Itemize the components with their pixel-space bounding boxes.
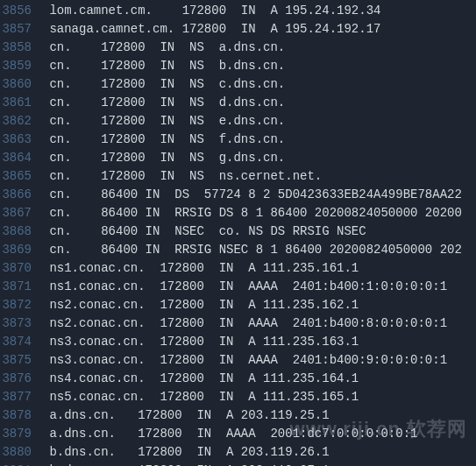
- code-line: 3859 cn. 172800 IN NS b.dns.cn.: [0, 57, 476, 75]
- line-number: 3878: [0, 406, 42, 425]
- line-number: 3869: [0, 241, 42, 259]
- line-number: 3864: [0, 149, 42, 167]
- line-number: 3867: [0, 204, 42, 222]
- line-number: 3860: [0, 75, 42, 94]
- line-content: cn. 172800 IN NS e.dns.cn.: [42, 112, 285, 131]
- line-number: 3857: [0, 20, 42, 39]
- line-content: cn. 86400 IN RRSIG DS 8 1 86400 20200824…: [42, 204, 462, 222]
- line-number: 3877: [0, 388, 42, 406]
- code-line: 3867 cn. 86400 IN RRSIG DS 8 1 86400 202…: [0, 204, 476, 222]
- line-content: cn. 172800 IN NS c.dns.cn.: [42, 75, 285, 94]
- code-line: 3880 b.dns.cn. 172800 IN A 203.119.26.1: [0, 443, 476, 462]
- line-content: ns2.conac.cn. 172800 IN AAAA 2401:b400:8…: [42, 314, 447, 333]
- line-number: 3871: [0, 278, 42, 296]
- line-number: 3868: [0, 222, 42, 241]
- line-number: 3880: [0, 443, 42, 462]
- line-content: ns1.conac.cn. 172800 IN AAAA 2401:b400:1…: [42, 278, 447, 296]
- line-content: ns2.conac.cn. 172800 IN A 111.235.162.1: [42, 296, 359, 314]
- line-content: cn. 172800 IN NS a.dns.cn.: [42, 39, 285, 57]
- line-number: 3872: [0, 296, 42, 314]
- line-content: b.dns.cn. 172800 IN A 203.119.27.1: [42, 462, 330, 466]
- code-line: 3868 cn. 86400 IN NSEC co. NS DS RRSIG N…: [0, 222, 476, 241]
- line-content: cn. 172800 IN NS f.dns.cn.: [42, 131, 285, 149]
- code-line: 3862 cn. 172800 IN NS e.dns.cn.: [0, 112, 476, 131]
- code-line: 3871 ns1.conac.cn. 172800 IN AAAA 2401:b…: [0, 278, 476, 296]
- code-line: 3872 ns2.conac.cn. 172800 IN A 111.235.1…: [0, 296, 476, 314]
- line-number: 3862: [0, 112, 42, 131]
- code-line: 3875 ns3.conac.cn. 172800 IN AAAA 2401:b…: [0, 351, 476, 370]
- line-number: 3861: [0, 94, 42, 112]
- code-line: 3878 a.dns.cn. 172800 IN A 203.119.25.1: [0, 406, 476, 425]
- code-line: 3866 cn. 86400 IN DS 57724 8 2 5D0423633…: [0, 186, 476, 204]
- code-view: 3856 lom.camnet.cm. 172800 IN A 195.24.1…: [0, 0, 476, 466]
- line-number: 3881: [0, 462, 42, 466]
- code-line: 3860 cn. 172800 IN NS c.dns.cn.: [0, 75, 476, 94]
- line-number: 3866: [0, 186, 42, 204]
- line-content: b.dns.cn. 172800 IN A 203.119.26.1: [42, 443, 330, 462]
- line-number: 3873: [0, 314, 42, 333]
- line-content: a.dns.cn. 172800 IN AAAA 2001:dc7:0:0:0:…: [42, 425, 417, 443]
- line-content: cn. 172800 IN NS b.dns.cn.: [42, 57, 285, 75]
- line-number: 3856: [0, 2, 42, 20]
- code-line: 3873 ns2.conac.cn. 172800 IN AAAA 2401:b…: [0, 314, 476, 333]
- code-line: 3879 a.dns.cn. 172800 IN AAAA 2001:dc7:0…: [0, 425, 476, 443]
- line-content: cn. 172800 IN NS g.dns.cn.: [42, 149, 285, 167]
- line-content: ns3.conac.cn. 172800 IN A 111.235.163.1: [42, 333, 359, 351]
- line-content: cn. 86400 IN DS 57724 8 2 5D0423633EB24A…: [42, 186, 462, 204]
- line-content: ns4.conac.cn. 172800 IN A 111.235.164.1: [42, 370, 359, 388]
- line-content: ns1.conac.cn. 172800 IN A 111.235.161.1: [42, 259, 359, 278]
- line-content: cn. 172800 IN NS ns.cernet.net.: [42, 167, 322, 186]
- code-line: 3865 cn. 172800 IN NS ns.cernet.net.: [0, 167, 476, 186]
- code-line: 3858 cn. 172800 IN NS a.dns.cn.: [0, 39, 476, 57]
- code-line: 3863 cn. 172800 IN NS f.dns.cn.: [0, 131, 476, 149]
- code-line: 3869 cn. 86400 IN RRSIG NSEC 8 1 86400 2…: [0, 241, 476, 259]
- line-number: 3874: [0, 333, 42, 351]
- line-number: 3858: [0, 39, 42, 57]
- line-content: ns3.conac.cn. 172800 IN AAAA 2401:b400:9…: [42, 351, 447, 370]
- line-content: cn. 86400 IN NSEC co. NS DS RRSIG NSEC: [42, 222, 366, 241]
- code-line: 3874 ns3.conac.cn. 172800 IN A 111.235.1…: [0, 333, 476, 351]
- line-content: ns5.conac.cn. 172800 IN A 111.235.165.1: [42, 388, 359, 406]
- line-number: 3879: [0, 425, 42, 443]
- line-number: 3865: [0, 167, 42, 186]
- code-line: 3877 ns5.conac.cn. 172800 IN A 111.235.1…: [0, 388, 476, 406]
- code-line: 3864 cn. 172800 IN NS g.dns.cn.: [0, 149, 476, 167]
- line-number: 3870: [0, 259, 42, 278]
- line-content: cn. 86400 IN RRSIG NSEC 8 1 86400 202008…: [42, 241, 462, 259]
- line-number: 3859: [0, 57, 42, 75]
- line-number: 3875: [0, 351, 42, 370]
- code-line: 3876 ns4.conac.cn. 172800 IN A 111.235.1…: [0, 370, 476, 388]
- line-content: sanaga.camnet.cm. 172800 IN A 195.24.192…: [42, 20, 380, 39]
- line-content: lom.camnet.cm. 172800 IN A 195.24.192.34: [42, 2, 380, 20]
- line-content: cn. 172800 IN NS d.dns.cn.: [42, 94, 285, 112]
- code-line: 3861 cn. 172800 IN NS d.dns.cn.: [0, 94, 476, 112]
- line-number: 3863: [0, 131, 42, 149]
- code-line: 3881 b.dns.cn. 172800 IN A 203.119.27.1: [0, 462, 476, 466]
- code-line: 3857 sanaga.camnet.cm. 172800 IN A 195.2…: [0, 20, 476, 39]
- code-line: 3870 ns1.conac.cn. 172800 IN A 111.235.1…: [0, 259, 476, 278]
- code-line: 3856 lom.camnet.cm. 172800 IN A 195.24.1…: [0, 2, 476, 20]
- line-number: 3876: [0, 370, 42, 388]
- line-content: a.dns.cn. 172800 IN A 203.119.25.1: [42, 406, 330, 425]
